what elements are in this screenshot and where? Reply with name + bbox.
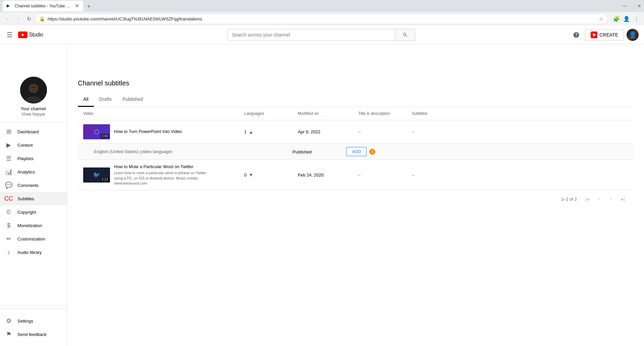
pagination-first-btn: |◂ — [582, 194, 592, 204]
sidebar-label-content: Content — [17, 143, 33, 148]
table-row-main: 🐦 3:12 How to Mute a Particular Word on … — [78, 160, 633, 190]
col-header-languages: Languages — [244, 111, 298, 116]
new-tab-btn[interactable]: ＋ — [86, 2, 92, 10]
modified-cell: Feb 24, 2020 — [298, 172, 358, 178]
title-desc-cell: – — [358, 172, 412, 178]
create-btn[interactable]: CREATE — [585, 29, 624, 41]
svg-point-5 — [31, 87, 33, 88]
sidebar-divider — [0, 305, 67, 306]
search-bar — [227, 29, 415, 41]
sidebar-item-dashboard[interactable]: ⊞ Dashboard — [0, 125, 67, 138]
main-content: Channel subtitles AllDraftsPublished Vid… — [67, 26, 644, 346]
studio-text: Studio — [29, 32, 43, 38]
page-title: Channel subtitles — [78, 79, 633, 87]
sidebar-item-copyright[interactable]: © Copyright — [0, 205, 67, 219]
tab-published[interactable]: Published — [117, 92, 149, 107]
sidebar-item-analytics[interactable]: 📊 Analytics — [0, 165, 67, 179]
header-search — [72, 29, 570, 41]
sidebar-item-settings[interactable]: ⚙ Settings — [0, 314, 67, 328]
search-icon — [402, 32, 408, 38]
youtube-icon — [18, 31, 28, 38]
url-text: https://studio.youtube.com/channel/UC3Iu… — [48, 16, 596, 21]
sidebar-item-customization[interactable]: ✏ Customization — [0, 232, 67, 246]
playlists-icon: ☰ — [5, 155, 12, 162]
profile-btn[interactable]: 👤 — [622, 14, 631, 23]
yt-studio-logo[interactable]: Studio — [18, 31, 43, 38]
col-header-title-desc: Title & description — [358, 111, 412, 116]
help-btn[interactable] — [570, 29, 582, 41]
sidebar-nav: ⊞ Dashboard ▶ Content ☰ Playlists 📊 Anal… — [0, 122, 67, 303]
expand-btn[interactable]: ▼ — [248, 171, 254, 178]
back-btn[interactable]: ‹ — [3, 14, 12, 23]
more-btn[interactable]: ⋮ — [632, 14, 641, 23]
thumb-icon: 🐦 — [93, 171, 100, 179]
video-cell: ⬡ 3:00 How to Turn PowerPoint Into Video — [83, 124, 244, 139]
col-header-subtitles: Subtitles — [412, 111, 628, 116]
sidebar-label-dashboard: Dashboard — [17, 129, 39, 134]
modified-cell: Apr 8, 2022 — [298, 129, 358, 134]
tab-favicon: ▶ — [7, 3, 12, 9]
pagination: 1–2 of 2 |◂ ‹ › ▸| — [78, 190, 633, 208]
language-count: 0 — [244, 172, 247, 178]
tab-drafts[interactable]: Drafts — [94, 92, 117, 107]
close-btn[interactable]: ✕ — [637, 3, 641, 9]
extensions-btn[interactable]: 🧩 — [612, 14, 621, 23]
col-header-modified: Modified on — [298, 111, 358, 116]
subtitles-cell: – — [412, 172, 628, 178]
channel-avatar — [20, 77, 47, 103]
search-btn[interactable] — [395, 29, 415, 41]
avatar-initials: 👤 — [627, 29, 639, 41]
expand-btn[interactable]: ▲ — [248, 129, 254, 135]
svg-point-3 — [29, 84, 38, 93]
table-row: ⬡ 3:00 How to Turn PowerPoint Into Video… — [78, 120, 633, 160]
sidebar: Your channel Vivek Nayyar ⊞ Dashboard ▶ … — [0, 26, 67, 346]
restore-btn[interactable]: ⬜ — [629, 3, 635, 9]
sidebar-item-monetization[interactable]: $ Monetization — [0, 219, 67, 232]
video-cell: 🐦 3:12 How to Mute a Particular Word on … — [83, 164, 244, 186]
lock-icon: 🔒 — [39, 16, 45, 21]
dashboard-icon: ⊞ — [5, 128, 12, 135]
subtitles-table: Video Languages Modified on Title & desc… — [78, 107, 633, 208]
hamburger-btn[interactable]: ☰ — [5, 29, 14, 40]
forward-btn[interactable]: › — [13, 14, 23, 23]
channel-name: Your channel — [21, 106, 46, 111]
tab-close-btn[interactable]: ✕ — [75, 3, 79, 9]
subtitles-icon: CC — [5, 195, 12, 202]
minimize-btn[interactable]: ─ — [623, 3, 626, 9]
pagination-info: 1–2 of 2 — [561, 197, 577, 202]
expanded-subtitles-action: ADD 1 — [346, 147, 375, 156]
bookmark-icon[interactable]: ☆ — [599, 16, 603, 22]
sidebar-item-send-feedback[interactable]: ⚑ Send feedback — [0, 328, 67, 341]
page-content: Channel subtitles AllDraftsPublished Vid… — [67, 71, 644, 216]
video-description: Learn how to mute a particular word or p… — [114, 170, 215, 186]
video-info: How to Turn PowerPoint Into Video — [114, 129, 182, 135]
col-header-video: Video — [83, 111, 244, 116]
add-subtitle-btn[interactable]: ADD — [346, 147, 367, 156]
user-avatar-btn[interactable]: 👤 — [627, 29, 639, 41]
sidebar-item-audio-library[interactable]: ♪ Audio library — [0, 246, 67, 259]
thumb-duration: 3:12 — [101, 177, 109, 182]
analytics-icon: 📊 — [5, 168, 12, 176]
search-input[interactable] — [228, 32, 395, 38]
sidebar-label-comments: Comments — [17, 183, 39, 188]
tab-all[interactable]: All — [78, 92, 94, 107]
language-count: 1 — [244, 129, 247, 134]
refresh-btn[interactable]: ↻ — [24, 14, 34, 23]
audio-library-icon: ♪ — [5, 249, 12, 256]
sidebar-label-settings: Settings — [17, 319, 33, 324]
video-title: How to Mute a Particular Word on Twitter — [114, 164, 215, 170]
sidebar-item-content[interactable]: ▶ Content — [0, 138, 67, 152]
video-thumbnail: 🐦 3:12 — [83, 167, 110, 183]
sidebar-label-send-feedback: Send feedback — [17, 332, 47, 337]
browser-titlebar: ▶ Channel subtitles - YouTube St... ✕ ＋ … — [0, 0, 644, 12]
address-bar[interactable]: 🔒 https://studio.youtube.com/channel/UC3… — [35, 13, 608, 24]
create-label: CREATE — [599, 32, 618, 38]
channel-avatar-face — [20, 77, 47, 103]
browser-tab[interactable]: ▶ Channel subtitles - YouTube St... ✕ — [3, 1, 83, 11]
sidebar-item-subtitles[interactable]: CC Subtitles — [0, 192, 67, 205]
published-badge: Published — [292, 149, 312, 154]
sidebar-item-playlists[interactable]: ☰ Playlists — [0, 152, 67, 165]
sidebar-item-comments[interactable]: 💬 Comments — [0, 179, 67, 192]
sidebar-label-customization: Customization — [17, 236, 45, 241]
browser-actions: 🧩 👤 ⋮ — [612, 14, 641, 23]
